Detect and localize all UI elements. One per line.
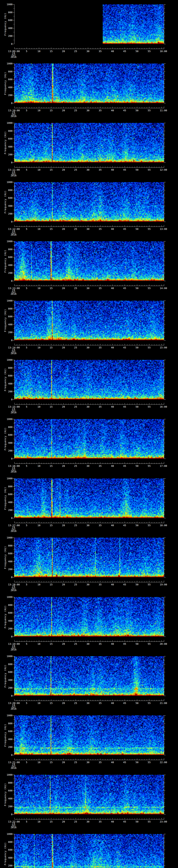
y-tick [13,506,14,506]
x-tick [135,285,135,286]
x-tick [161,818,162,819]
x-tick [117,700,118,701]
x-tick-label: 30 [83,346,93,349]
x-tick-label: 55 [144,465,154,467]
x-tick [83,107,83,108]
x-tick [154,463,154,464]
y-tick-right [164,692,165,692]
y-tick-label: 600 [0,256,12,258]
x-tick-label: 55 [144,50,154,53]
x-tick [19,641,20,642]
x-tick [78,285,79,286]
x-tick [154,107,154,108]
x-tick [34,522,34,523]
x-tick [93,344,93,345]
x-tick [135,641,135,642]
x-tick-label: 35 [95,702,105,704]
y-tick-right [164,660,165,660]
x-tick [54,522,54,523]
x-tick [122,463,122,464]
x-tick [63,700,64,701]
x-tick [54,167,54,167]
x-tick [108,285,108,286]
x-tick [152,404,152,404]
y-tick-label: 0 [0,339,12,342]
x-tick [122,226,122,226]
x-tick [164,640,164,642]
x-tick-label: 40 [107,50,118,53]
y-tick-label: 0 [0,813,12,816]
x-tick [49,522,49,523]
spectrogram-image [14,478,164,518]
x-tick [100,284,100,286]
y-tick [13,360,14,360]
x-tick [127,463,127,464]
x-tick [164,344,164,345]
x-tick [36,641,37,642]
spectrogram-panel: Frequency (Hz)1000800600400200013:21:005… [0,711,178,770]
y-tick-label: 0 [0,220,12,223]
y-tick [13,147,14,147]
x-tick-label: 15 [46,524,56,527]
x-tick [61,404,61,404]
x-axis-date-line: 2016 [3,175,24,177]
x-tick [73,404,73,404]
y-tick-right [164,715,166,716]
x-tick [147,700,147,701]
x-tick-label: 55 [144,702,154,704]
x-tick [90,522,91,523]
x-tick [164,699,164,701]
y-tick [13,834,14,834]
x-tick [122,285,122,286]
y-tick-right [164,99,165,99]
x-tick [127,641,127,642]
x-tick [117,641,118,642]
y-tick [13,664,14,664]
x-tick [36,700,37,701]
y-tick-right [164,301,166,301]
x-tick [100,344,100,345]
spectrogram-panel: Frequency (Hz)1000800600400200013:22:005… [0,770,178,830]
x-tick-label: 25 [70,406,81,408]
y-tick-label: 1000 [0,773,12,776]
x-axis-end-time: 19:00 [153,583,174,586]
x-tick [120,404,120,404]
x-tick-label: 25 [70,228,81,230]
x-axis-date-line: 2016 [3,826,24,829]
x-tick [83,522,83,523]
x-tick [49,226,49,226]
x-tick [78,522,79,523]
x-tick [161,225,162,226]
y-axis-line [14,538,14,577]
x-tick [108,107,108,108]
x-tick-label: 55 [144,346,154,349]
x-tick [66,344,66,345]
y-axis-line [14,123,14,162]
x-tick [76,522,76,523]
x-tick [17,522,17,523]
x-tick [127,700,127,701]
x-tick [46,581,47,582]
x-tick [110,48,110,49]
x-tick [117,463,118,464]
x-tick [61,759,61,760]
x-tick [122,818,122,819]
y-tick [13,40,14,40]
y-tick-label: 400 [0,619,12,622]
x-tick-label: 15 [46,761,56,764]
x-tick [63,225,64,226]
y-tick-label: 1000 [0,240,12,243]
x-tick [81,48,81,49]
x-tick [120,463,120,464]
x-tick-label: 40 [107,524,118,527]
x-tick [78,404,79,404]
x-tick [46,818,47,819]
x-tick [149,284,149,286]
x-tick [76,225,76,226]
y-tick [13,151,14,151]
x-tick [93,641,93,642]
x-tick-label: 25 [70,702,81,704]
x-tick [49,759,49,760]
x-tick-label: 40 [107,643,118,645]
x-tick [137,758,137,760]
